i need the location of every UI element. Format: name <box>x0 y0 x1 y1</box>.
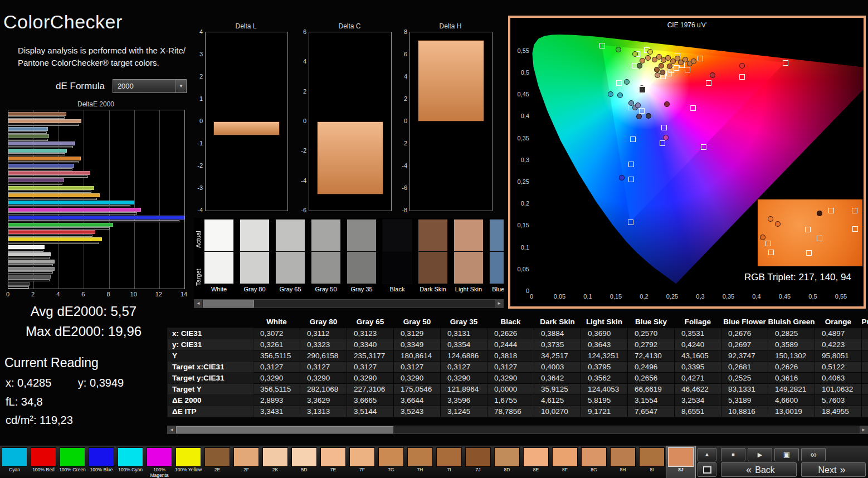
avg-de2000-value: Avg dE2000: 5,57 <box>0 304 167 319</box>
next-button[interactable]: Next» <box>801 462 866 477</box>
swatch-scrollbar[interactable]: ◄ ► <box>194 299 504 308</box>
patch-label: 7E <box>319 467 348 473</box>
table-cell: 7,6547 <box>628 406 675 417</box>
delta-y-tick-label: 4 <box>294 58 306 65</box>
page-title: ColorChecker <box>3 11 123 33</box>
patch-8e[interactable]: 8E <box>521 446 550 478</box>
deltae-bar <box>8 282 30 286</box>
deltae-chart-title: DeltaE 2000 <box>8 100 184 108</box>
row-label: x: CIE31 <box>168 328 253 339</box>
patch-2f[interactable]: 2F <box>232 446 261 478</box>
table-cell: 0,3127 <box>394 362 441 373</box>
up-arrow-icon: ▲ <box>704 451 710 457</box>
column-header: Purplish Blue <box>862 315 868 328</box>
patch-8g[interactable]: 8G <box>579 446 608 478</box>
patch-8j[interactable]: 8J <box>666 446 695 478</box>
patch-label: 8G <box>579 467 608 473</box>
deltae-x-tick-label: 0 <box>0 291 16 297</box>
table-cell: 3,5243 <box>394 406 441 417</box>
patch-100-magenta[interactable]: 100% Magenta <box>145 446 174 478</box>
column-header: Foliage <box>675 315 721 328</box>
table-cell: 83,1331 <box>721 384 768 395</box>
patch-label: 100% Cyan <box>116 467 145 473</box>
display-window-button[interactable] <box>698 462 716 477</box>
patch-cyan[interactable]: Cyan <box>0 446 29 478</box>
swatch-scrollbar-thumb[interactable] <box>203 300 254 308</box>
patch-100-cyan[interactable]: 100% Cyan <box>116 446 145 478</box>
scroll-left-icon[interactable]: ◄ <box>168 426 175 433</box>
window-icon <box>703 466 711 474</box>
deltae-target-bar <box>8 198 97 200</box>
patch-100-red[interactable]: 100% Red <box>29 446 58 478</box>
inset-target-marker <box>852 226 858 232</box>
target-marker <box>701 144 706 150</box>
table-cell: 124,6886 <box>441 350 487 362</box>
deltae-target-bar <box>8 146 73 148</box>
patch-8i[interactable]: 8I <box>637 446 666 478</box>
table-cell: 92,3747 <box>721 350 768 362</box>
patch-7i[interactable]: 7I <box>435 446 464 478</box>
actual-swatch <box>382 219 412 252</box>
measured-marker <box>660 70 665 75</box>
cie-x-tick-label: 0,55 <box>831 293 851 300</box>
patch-7g[interactable]: 7G <box>377 446 406 478</box>
patch-5d[interactable]: 5D <box>290 446 319 478</box>
table-cell: 0,2626 <box>768 362 815 373</box>
patch-7e[interactable]: 7E <box>319 446 348 478</box>
table-cell: 0,3340 <box>347 339 394 350</box>
actual-swatch <box>275 219 305 252</box>
patch-8d[interactable]: 8D <box>492 446 521 478</box>
swatch-column: White <box>204 219 234 292</box>
scroll-right-icon[interactable]: ► <box>860 426 867 433</box>
description-line-2: Pantone ColorChecker® target colors. <box>18 57 186 69</box>
table-cell: 0,3589 <box>768 339 815 350</box>
table-cell: 0,3127 <box>487 362 534 373</box>
play-button[interactable]: ▶ <box>748 448 772 461</box>
single-measure-button[interactable]: ▣ <box>774 448 799 461</box>
measured-marker <box>645 55 651 61</box>
delta-y-tick-label: 3 <box>191 51 203 57</box>
column-header: Orange <box>815 315 862 328</box>
continuous-measure-button[interactable]: ∞ <box>801 448 826 461</box>
patch-7j[interactable]: 7J <box>464 446 492 478</box>
patch-8h[interactable]: 8H <box>608 446 637 478</box>
swatch-columns: WhiteGray 80Gray 65Gray 50Gray 35BlackDa… <box>204 219 504 292</box>
patch-scroll-up-button[interactable]: ▲ <box>698 448 716 461</box>
patch-label: 100% Green <box>58 467 87 473</box>
stop-button[interactable]: ■ <box>721 448 745 461</box>
back-button[interactable]: «Back <box>721 462 797 477</box>
scroll-right-icon[interactable]: ► <box>495 300 503 308</box>
table-scrollbar-thumb[interactable] <box>176 426 393 433</box>
target-swatch <box>240 252 270 284</box>
delta-y-tick-label: -2 <box>294 147 306 154</box>
patch-2e[interactable]: 2E <box>203 446 232 478</box>
target-swatch <box>204 252 234 284</box>
delta-h-plot <box>409 32 492 211</box>
deltae-bar <box>8 260 55 264</box>
swatch-column: Gray 80 <box>240 219 270 292</box>
table-cell: 0,2676 <box>721 328 768 339</box>
deltae-gridline <box>109 110 110 289</box>
patch-7f[interactable]: 7F <box>348 446 377 478</box>
deltae-bar <box>8 178 64 182</box>
de-formula-dropdown[interactable]: 2000 ▼ <box>113 79 187 93</box>
cie-x-tick-label: 0,5 <box>803 293 823 300</box>
patch-8f[interactable]: 8F <box>550 446 579 478</box>
swatch-label: Gray 65 <box>275 286 305 292</box>
patch-7h[interactable]: 7H <box>406 446 435 478</box>
deltae-x-tick-label: 12 <box>151 291 167 297</box>
delta-c-plot <box>309 32 392 211</box>
table-cell: 78,7856 <box>487 406 534 417</box>
patch-swatch <box>407 447 433 467</box>
table-scrollbar[interactable]: ◄ ► <box>167 426 868 434</box>
cie-x-tick-label: 0,1 <box>578 293 598 300</box>
patch-100-blue[interactable]: 100% Blue <box>87 446 116 478</box>
target-marker <box>739 74 745 80</box>
scroll-left-icon[interactable]: ◄ <box>194 300 202 308</box>
patch-100-green[interactable]: 100% Green <box>58 446 87 478</box>
patch-2k[interactable]: 2K <box>261 446 290 478</box>
max-de2000-value: Max dE2000: 19,96 <box>0 324 167 339</box>
table-cell: 101,0632 <box>815 384 862 395</box>
patch-100-yellow[interactable]: 100% Yellow <box>174 446 203 478</box>
target-marker <box>706 80 711 86</box>
